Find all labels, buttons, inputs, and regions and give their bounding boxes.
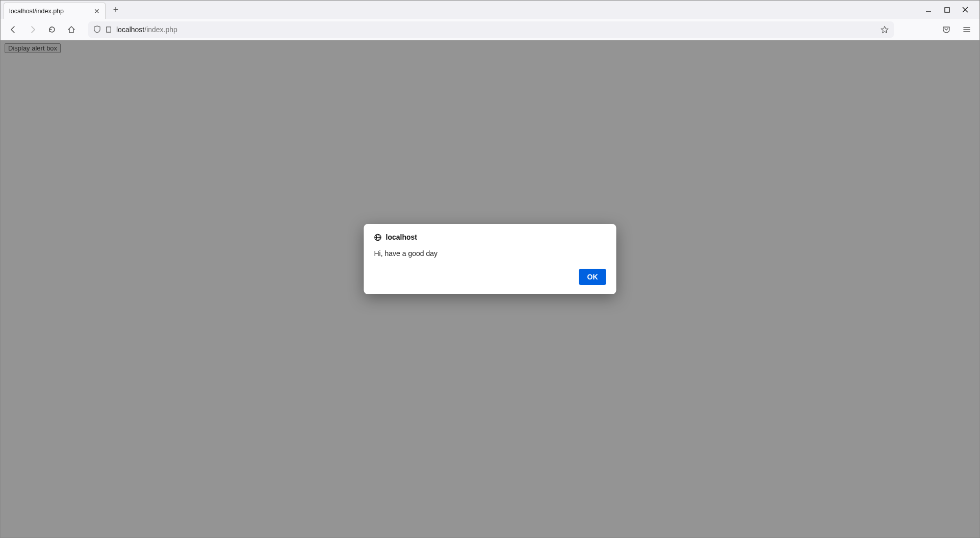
alert-actions: OK bbox=[374, 269, 606, 285]
browser-chrome: localhost/index.php ✕ + bbox=[1, 1, 979, 40]
window-controls bbox=[921, 3, 976, 17]
alert-origin: localhost bbox=[386, 233, 417, 241]
bookmark-star-icon[interactable] bbox=[881, 25, 889, 34]
alert-dialog: localhost Hi, have a good day OK bbox=[364, 224, 616, 294]
reload-button[interactable] bbox=[44, 22, 60, 37]
url-host: localhost bbox=[116, 25, 144, 34]
app-menu-icon[interactable] bbox=[959, 22, 974, 37]
pocket-icon[interactable] bbox=[939, 22, 954, 37]
new-tab-button[interactable]: + bbox=[109, 3, 123, 17]
shield-icon[interactable] bbox=[93, 25, 101, 33]
alert-message: Hi, have a good day bbox=[374, 249, 606, 258]
home-button[interactable] bbox=[64, 22, 79, 37]
page-viewport: Display alert box localhost Hi, have a g… bbox=[1, 40, 979, 537]
back-button[interactable] bbox=[6, 22, 21, 37]
svg-rect-5 bbox=[107, 27, 111, 32]
close-tab-icon[interactable]: ✕ bbox=[94, 8, 100, 15]
tab-title: localhost/index.php bbox=[9, 8, 89, 15]
tab-bar: localhost/index.php ✕ + bbox=[1, 1, 979, 19]
url-text: localhost/index.php bbox=[116, 25, 177, 34]
minimize-button[interactable] bbox=[921, 3, 936, 17]
alert-ok-button[interactable]: OK bbox=[579, 269, 606, 285]
toolbar-right-icons bbox=[939, 22, 974, 37]
svg-rect-1 bbox=[945, 8, 949, 12]
globe-icon bbox=[374, 234, 382, 241]
svg-rect-4 bbox=[107, 27, 111, 32]
alert-header: localhost bbox=[374, 233, 606, 241]
close-window-button[interactable] bbox=[958, 3, 972, 17]
url-path: /index.php bbox=[144, 25, 177, 34]
url-bar[interactable]: localhost/index.php bbox=[88, 21, 894, 38]
browser-toolbar: localhost/index.php bbox=[1, 19, 979, 40]
forward-button[interactable] bbox=[25, 22, 40, 37]
lock-icon[interactable] bbox=[105, 26, 112, 33]
browser-tab[interactable]: localhost/index.php ✕ bbox=[4, 3, 106, 19]
maximize-button[interactable] bbox=[940, 3, 954, 17]
